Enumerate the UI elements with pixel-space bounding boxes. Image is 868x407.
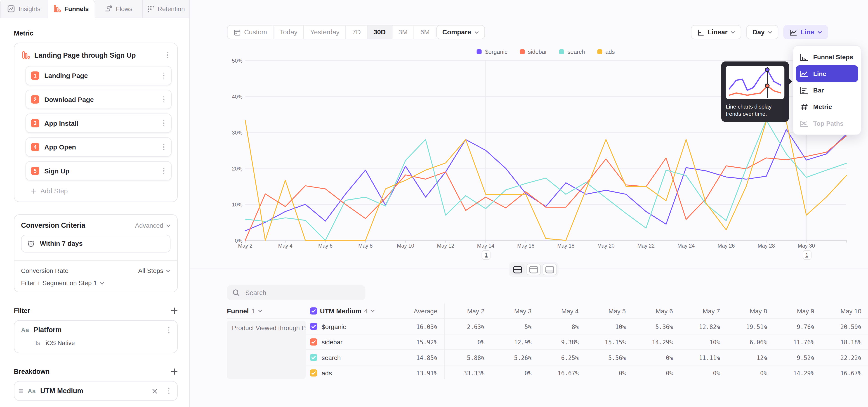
step-kebab-icon[interactable]: [161, 120, 166, 126]
cell-value: 5.88%: [444, 354, 491, 361]
range-7d[interactable]: 7D: [346, 26, 367, 39]
cell-value: 6.25%: [538, 354, 585, 361]
conversion-rate-value: All Steps: [138, 268, 163, 274]
range-30d[interactable]: 30D: [367, 26, 392, 39]
date-column-header[interactable]: May 4: [538, 308, 585, 314]
close-icon[interactable]: [152, 388, 157, 394]
metric-icon: [800, 103, 808, 111]
table-row[interactable]: $organic 16.03% 2.63%5%8%10%5.36%12.82%1…: [227, 318, 868, 334]
date-column-header[interactable]: May 10: [821, 308, 868, 314]
metric-kebab-icon[interactable]: [165, 52, 170, 58]
menu-item-metric[interactable]: Metric: [796, 99, 858, 115]
filter-segment-step1-dropdown[interactable]: Filter + Segment on Step 1: [21, 280, 170, 286]
date-column-header[interactable]: May 2: [444, 308, 491, 314]
layout-chart-button[interactable]: [526, 264, 541, 275]
granularity-dropdown-button[interactable]: Day: [746, 25, 778, 39]
filter-heading: Filter: [14, 307, 30, 315]
range-today[interactable]: Today: [274, 26, 304, 39]
menu-item-funnel-steps[interactable]: Funnel Steps: [796, 49, 858, 65]
date-column-header[interactable]: May 3: [491, 308, 538, 314]
average-column-header[interactable]: Average: [392, 308, 444, 314]
layout-split-button[interactable]: [510, 264, 525, 275]
table-row[interactable]: sidebar 15.92% 0%12.9%9.38%15.15%14.29%1…: [227, 334, 868, 350]
alarm-clock-icon: [27, 240, 35, 247]
breakdown-card-utm-medium[interactable]: Aa UTM Medium: [14, 381, 178, 401]
drag-handle-icon[interactable]: [19, 389, 23, 393]
conversion-window-button[interactable]: Within 7 days: [21, 235, 170, 252]
annotation-badge[interactable]: 1: [802, 250, 811, 260]
x-axis-label: May 10: [389, 243, 422, 249]
annotation-badge[interactable]: 1: [482, 250, 491, 260]
table-row[interactable]: search 14.85% 5.88%5.26%6.25%5.56%0%11.1…: [227, 349, 868, 365]
menu-item-top-paths[interactable]: Top Paths: [796, 115, 858, 132]
breakdown-heading: Breakdown: [14, 368, 50, 375]
chart-toolbar: Custom Today Yesterday 7D 30D 3M 6M 12M …: [190, 0, 868, 50]
cell-value: 12.9%: [491, 339, 538, 345]
step-kebab-icon[interactable]: [161, 167, 166, 174]
add-breakdown-button[interactable]: [171, 368, 178, 375]
table-row[interactable]: ads 13.91% 33.33%0%16.67%0%0%0%0%14.29%1…: [227, 365, 868, 380]
menu-item-line[interactable]: Line: [796, 65, 858, 82]
filter-card-platform[interactable]: Aa Platform Is iOS Native: [14, 320, 178, 353]
filter-value[interactable]: iOS Native: [46, 339, 75, 346]
range-yesterday[interactable]: Yesterday: [304, 26, 346, 39]
range-custom[interactable]: Custom: [228, 26, 274, 39]
advanced-dropdown[interactable]: Advanced: [135, 222, 170, 228]
bar-chart-icon: [800, 86, 808, 95]
breakdown-kebab-icon[interactable]: [166, 388, 172, 394]
filter-kebab-icon[interactable]: [166, 327, 172, 333]
compare-label: Compare: [442, 28, 471, 36]
funnel-step-1[interactable]: 1 Landing Page: [26, 66, 172, 85]
tab-flows[interactable]: Flows: [95, 0, 143, 18]
chart-type-dropdown-button[interactable]: Line: [783, 25, 828, 39]
funnel-step-5[interactable]: 5 Sign Up: [26, 161, 172, 181]
layout-table-button[interactable]: [542, 264, 557, 275]
row-checkbox[interactable]: [310, 354, 317, 361]
cell-value: 20.59%: [821, 323, 868, 330]
date-column-header[interactable]: May 8: [727, 308, 774, 314]
step-kebab-icon[interactable]: [161, 96, 166, 103]
tab-funnels[interactable]: Funnels: [48, 0, 95, 18]
funnel-step-4[interactable]: 4 App Open: [26, 137, 172, 157]
scale-dropdown-button[interactable]: Linear: [691, 25, 741, 39]
range-6m[interactable]: 6M: [414, 26, 436, 39]
add-step-button[interactable]: Add Step: [31, 187, 172, 195]
search-input[interactable]: [244, 288, 360, 297]
cell-value: 0%: [680, 370, 726, 376]
row-checkbox[interactable]: [310, 338, 317, 345]
legend-item[interactable]: sidebar: [520, 48, 547, 55]
legend-label: ads: [605, 48, 615, 55]
conversion-criteria-card: Conversion Criteria Advanced Within 7 da…: [14, 214, 178, 292]
breakdown-column-header[interactable]: UTM Medium 4: [310, 307, 392, 315]
step-kebab-icon[interactable]: [161, 72, 166, 79]
date-column-header[interactable]: May 5: [585, 308, 632, 314]
average-value: 15.92%: [392, 339, 444, 345]
legend-item[interactable]: $organic: [477, 48, 507, 55]
compare-button[interactable]: Compare: [436, 25, 485, 39]
date-column-header[interactable]: May 6: [632, 308, 680, 314]
menu-item-bar[interactable]: Bar: [796, 82, 858, 98]
cell-value: 16.67%: [538, 370, 585, 376]
funnel-step-3[interactable]: 3 App Install: [26, 114, 172, 133]
select-all-checkbox[interactable]: [310, 307, 317, 315]
legend-item[interactable]: ads: [597, 48, 615, 55]
step-kebab-icon[interactable]: [161, 144, 166, 150]
row-checkbox[interactable]: [310, 369, 317, 376]
add-filter-button[interactable]: [171, 307, 178, 314]
funnel-step-2[interactable]: 2 Download Page: [26, 90, 172, 109]
legend-item[interactable]: search: [559, 48, 585, 55]
funnel-name-cell[interactable]: Product Viewed through P...: [227, 321, 306, 379]
app-window: Insights Funnels Flows Retention: [0, 0, 868, 407]
date-column-header[interactable]: May 9: [774, 308, 821, 314]
row-checkbox[interactable]: [310, 323, 317, 330]
date-column-header[interactable]: May 7: [680, 308, 726, 314]
cell-value: 9.76%: [774, 323, 821, 330]
tab-insights[interactable]: Insights: [0, 0, 48, 18]
conversion-window-label: Within 7 days: [40, 240, 83, 247]
search-icon: [232, 289, 240, 296]
menu-item-label: Top Paths: [813, 120, 844, 127]
tab-retention[interactable]: Retention: [143, 0, 190, 18]
conversion-rate-dropdown[interactable]: All Steps: [138, 268, 170, 274]
range-3m[interactable]: 3M: [393, 26, 414, 39]
funnel-column-header[interactable]: Funnel 1: [227, 307, 310, 315]
